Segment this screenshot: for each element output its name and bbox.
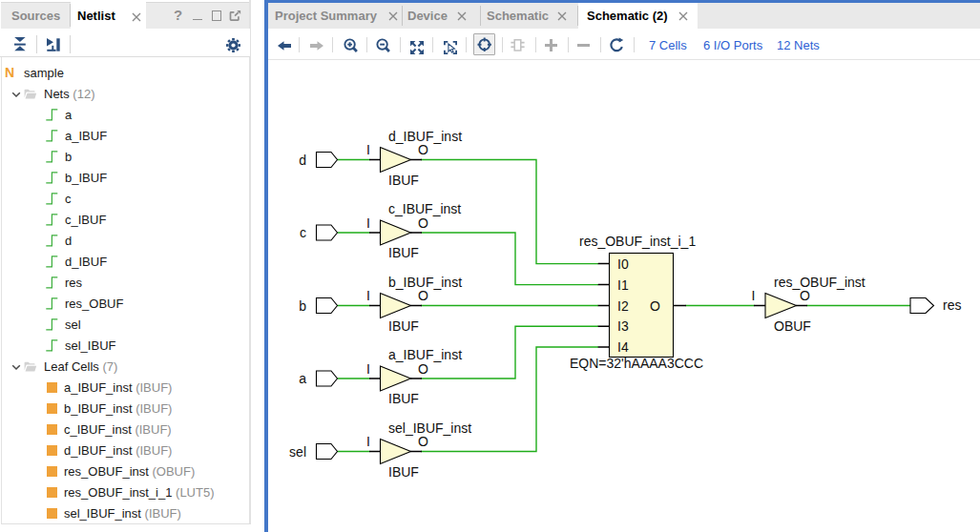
svg-text:I3: I3 <box>617 318 629 334</box>
svg-text:IBUF: IBUF <box>388 245 419 260</box>
svg-text:a: a <box>299 371 306 386</box>
svg-text:I4: I4 <box>617 339 629 355</box>
svg-text:b: b <box>299 298 306 314</box>
svg-text:sel: sel <box>289 444 306 460</box>
svg-text:IBUF: IBUF <box>388 318 419 334</box>
svg-text:O: O <box>418 142 428 157</box>
svg-text:res_OBUF_inst: res_OBUF_inst <box>774 275 865 290</box>
svg-text:c_IBUF_inst: c_IBUF_inst <box>388 201 461 216</box>
svg-text:I: I <box>366 142 370 157</box>
svg-text:O: O <box>800 288 810 303</box>
svg-text:I2: I2 <box>617 298 629 314</box>
svg-text:IBUF: IBUF <box>388 391 419 406</box>
svg-text:sel_IBUF_inst: sel_IBUF_inst <box>388 420 471 436</box>
svg-text:a_IBUF_inst: a_IBUF_inst <box>388 347 462 362</box>
svg-text:IBUF: IBUF <box>388 173 419 188</box>
svg-text:d: d <box>299 153 306 168</box>
svg-text:O: O <box>650 298 660 314</box>
svg-text:I1: I1 <box>617 277 629 293</box>
svg-text:O: O <box>418 288 428 303</box>
svg-text:I: I <box>366 361 370 377</box>
svg-text:I0: I0 <box>617 256 629 272</box>
svg-text:IBUF: IBUF <box>388 464 419 480</box>
svg-text:I: I <box>366 288 370 303</box>
svg-text:I: I <box>752 288 756 303</box>
svg-text:res_OBUF_inst_i_1: res_OBUF_inst_i_1 <box>579 234 696 249</box>
svg-text:O: O <box>418 361 428 377</box>
svg-text:b_IBUF_inst: b_IBUF_inst <box>388 275 462 290</box>
svg-text:O: O <box>418 434 428 449</box>
svg-text:OBUF: OBUF <box>774 318 811 334</box>
svg-text:EQN=32'hAAAA3CCC: EQN=32'hAAAA3CCC <box>570 356 703 371</box>
svg-text:d_IBUF_inst: d_IBUF_inst <box>388 129 462 144</box>
svg-text:I: I <box>366 434 370 449</box>
svg-text:O: O <box>418 215 428 231</box>
svg-text:I: I <box>366 215 370 231</box>
svg-text:c: c <box>300 225 306 240</box>
svg-text:res: res <box>943 297 961 313</box>
